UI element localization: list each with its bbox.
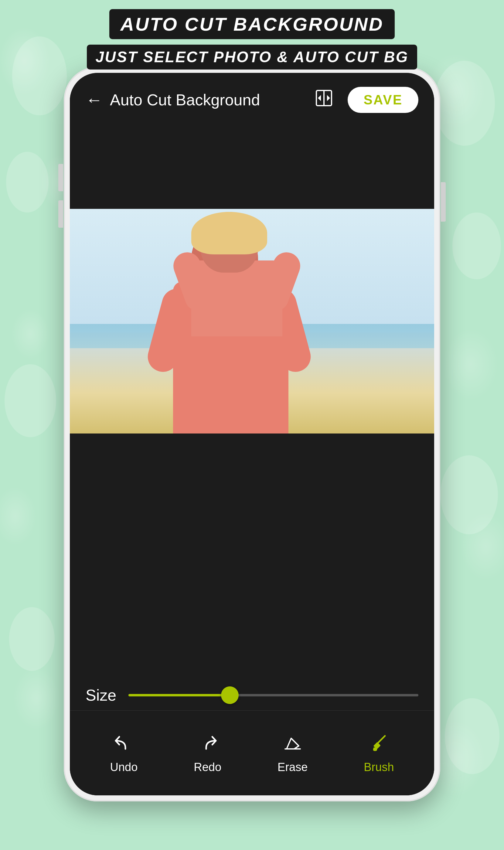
undo-icon [113,732,134,757]
svg-marker-3 [327,95,330,101]
redo-label: Redo [194,761,221,774]
screen-title: Auto Cut Background [110,91,308,109]
female-hair [191,212,267,254]
compare-icon[interactable] [315,89,333,111]
people-overlay [70,209,434,434]
couple-image [70,209,434,434]
erase-icon [282,732,303,757]
bottom-toolbar: Undo Redo [70,710,434,795]
redo-tool[interactable]: Redo [194,732,221,774]
size-slider-area: Size [86,686,418,704]
volume-up-button [58,164,63,191]
female-figure [182,215,291,336]
erase-tool[interactable]: Erase [277,732,308,774]
image-bottom-dark: Size Undo [70,434,434,795]
phone-screen: ← Auto Cut Background SAVE [70,73,434,795]
app-topbar: ← Auto Cut Background SAVE [70,73,434,124]
brush-label: Brush [364,761,394,774]
image-top-dark [70,124,434,209]
title-area: Auto Cut Background JUST SELECT PHOTO & … [0,9,504,70]
brush-tool[interactable]: Brush [364,732,394,774]
app-subtitle: JUST SELECT PHOTO & AUTO CUT BG [87,44,417,70]
back-button[interactable]: ← [86,91,103,108]
brush-icon [368,732,390,757]
phone-body: ← Auto Cut Background SAVE [64,67,440,801]
phone-mockup: ← Auto Cut Background SAVE [64,67,440,801]
undo-label: Undo [110,761,138,774]
volume-down-button [58,200,63,228]
erase-label: Erase [277,761,308,774]
redo-icon [197,732,218,757]
slider-thumb[interactable] [221,686,239,704]
app-title: Auto Cut Background [109,9,394,39]
slider-track[interactable] [128,694,418,697]
save-button[interactable]: SAVE [348,87,418,113]
undo-tool[interactable]: Undo [110,732,138,774]
photo-area[interactable] [70,209,434,434]
slider-label: Size [86,686,116,704]
couple-silhouette [149,227,355,434]
power-button [441,182,446,222]
svg-marker-2 [318,95,321,101]
